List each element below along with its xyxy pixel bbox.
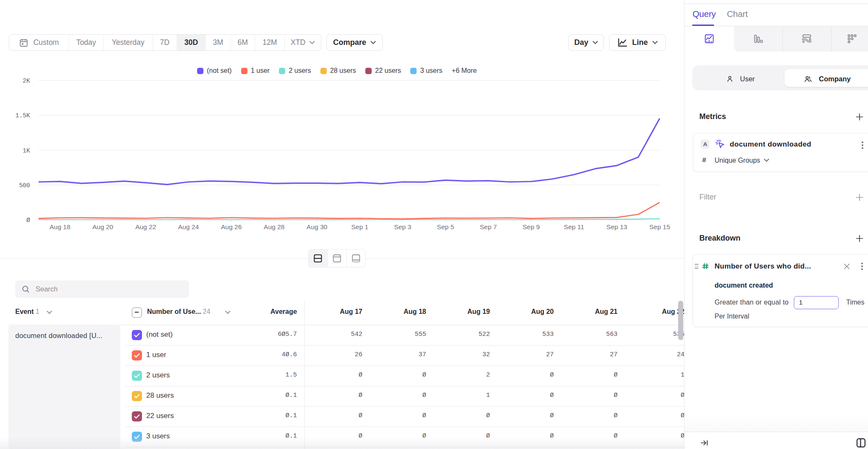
svg-text:Aug 30: Aug 30 bbox=[306, 223, 328, 230]
svg-text:500: 500 bbox=[19, 182, 30, 189]
svg-text:Sep 11: Sep 11 bbox=[564, 223, 584, 230]
svg-text:Sep 9: Sep 9 bbox=[523, 223, 540, 230]
svg-text:Aug 26: Aug 26 bbox=[221, 223, 242, 230]
svg-text:1.5K: 1.5K bbox=[15, 112, 30, 119]
svg-text:2K: 2K bbox=[23, 78, 31, 84]
svg-text:Sep 15: Sep 15 bbox=[649, 223, 670, 230]
svg-text:Sep 13: Sep 13 bbox=[606, 223, 627, 230]
svg-text:Aug 18: Aug 18 bbox=[50, 223, 70, 230]
svg-text:1K: 1K bbox=[23, 147, 31, 154]
svg-text:Aug 24: Aug 24 bbox=[178, 223, 199, 230]
svg-text:Aug 22: Aug 22 bbox=[135, 223, 156, 230]
svg-text:Sep 1: Sep 1 bbox=[351, 223, 369, 230]
svg-text:Ø: Ø bbox=[26, 217, 30, 224]
svg-text:Aug 28: Aug 28 bbox=[264, 223, 284, 230]
svg-text:Sep 5: Sep 5 bbox=[437, 223, 454, 230]
svg-text:Aug 20: Aug 20 bbox=[92, 223, 114, 230]
svg-text:Sep 7: Sep 7 bbox=[480, 223, 497, 230]
svg-text:Sep 3: Sep 3 bbox=[394, 223, 412, 230]
